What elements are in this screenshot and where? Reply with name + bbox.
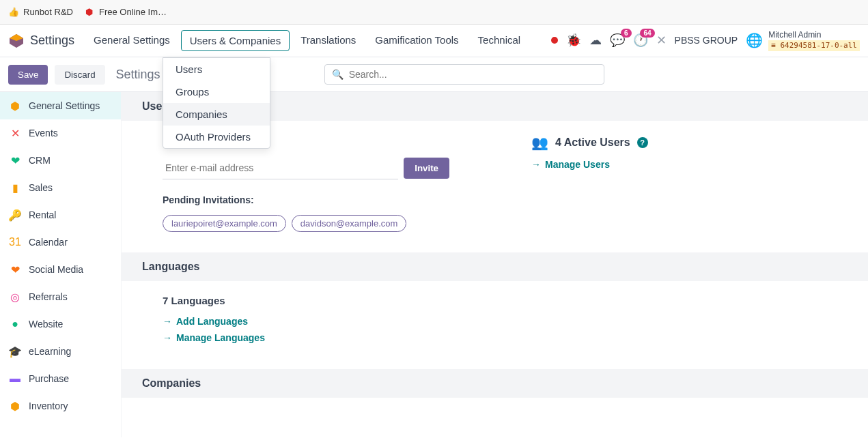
sidebar-item-general-settings[interactable]: ⬢General Settings [0, 92, 121, 119]
clock-badge: 64 [640, 29, 654, 38]
languages-count: 7 Languages [163, 295, 827, 306]
manage-languages-label: Manage Languages [176, 332, 265, 343]
manage-languages-link[interactable]: → Manage Languages [163, 332, 827, 343]
nav-items: General Settings Users & Companies Trans… [85, 30, 529, 51]
manage-users-link[interactable]: → Manage Users [531, 159, 827, 170]
company-name[interactable]: PBSS GROUP [675, 35, 738, 46]
sidebar-icon: ❤ [8, 154, 22, 167]
main-layout: ⬢General Settings✕Events❤CRM▮Sales🔑Renta… [0, 92, 868, 437]
chat-badge: 6 [621, 29, 632, 38]
sidebar-item-rental[interactable]: 🔑Rental [0, 201, 121, 229]
sidebar-item-inventory[interactable]: ⬢Inventory [0, 392, 121, 420]
nav-translations[interactable]: Translations [292, 30, 364, 51]
invite-button[interactable]: Invite [404, 158, 449, 179]
user-info: Mitchell Admin ≡ 64294581-17-0-all [768, 30, 860, 52]
sidebar-item-elearning[interactable]: 🎓eLearning [0, 338, 121, 365]
search-icon: 🔍 [332, 69, 344, 80]
sidebar-item-label: Calendar [29, 237, 68, 248]
sidebar-item-social-media[interactable]: ❤Social Media [0, 256, 121, 283]
nav-general-settings[interactable]: General Settings [85, 30, 178, 51]
add-languages-label: Add Languages [176, 316, 248, 327]
app-logo-icon [8, 33, 25, 49]
hex-icon: ⬢ [84, 7, 95, 18]
sidebar-icon: ✕ [8, 126, 22, 140]
main-navbar: Settings General Settings Users & Compan… [0, 25, 868, 57]
pending-invite-pill[interactable]: lauriepoiret@example.com [163, 215, 286, 232]
nav-technical[interactable]: Technical [470, 30, 529, 51]
sidebar-item-label: Referrals [29, 291, 68, 302]
dropdown-item-companies[interactable]: Companies [163, 103, 270, 126]
info-icon[interactable]: ? [637, 137, 648, 148]
sidebar-item-label: Website [29, 319, 63, 330]
dropdown-item-users[interactable]: Users [163, 58, 270, 81]
active-users-count: 4 Active Users [555, 136, 630, 149]
sidebar-item-label: Rental [29, 209, 56, 220]
sidebar-item-purchase[interactable]: ▬Purchase [0, 365, 121, 392]
sidebar-icon: 🎓 [8, 345, 22, 358]
user-db-label: ≡ 64294581-17-0-all [768, 40, 860, 51]
sidebar-icon: 🔑 [8, 208, 22, 222]
tab-label: Free Online Im… [99, 7, 167, 17]
pending-label: Pending Invitations: [163, 194, 449, 205]
sidebar-icon: ◎ [8, 290, 22, 304]
dropdown-item-groups[interactable]: Groups [163, 81, 270, 103]
globe-icon: 🌐 [746, 32, 763, 48]
discard-button[interactable]: Discard [55, 65, 104, 85]
tools-icon[interactable]: ✕ [656, 33, 667, 48]
search-input[interactable] [349, 69, 597, 80]
breadcrumb: Settings [116, 68, 160, 82]
sidebar-icon: 31 [8, 235, 22, 249]
manage-users-label: Manage Users [545, 159, 610, 170]
user-name: Mitchell Admin [768, 30, 860, 41]
sidebar-item-label: Sales [29, 182, 53, 193]
nav-users-companies[interactable]: Users & Companies [181, 30, 290, 51]
add-languages-link[interactable]: → Add Languages [163, 316, 827, 327]
sidebar-icon: ⬢ [8, 99, 22, 113]
clock-icon[interactable]: 🕐64 [633, 33, 648, 48]
pending-invite-pill[interactable]: davidson@example.com [292, 215, 407, 232]
bug-icon[interactable]: 🐞 [566, 33, 581, 48]
sidebar-icon: ⬢ [8, 399, 22, 413]
section-header-languages: Languages [122, 252, 868, 281]
users-companies-dropdown: Users Groups Companies OAuth Providers [163, 57, 270, 149]
tab-label: Runbot R&D [23, 7, 73, 17]
pending-pills: lauriepoiret@example.comdavidson@example… [163, 215, 449, 232]
search-box[interactable]: 🔍 [324, 64, 604, 85]
browser-tab-image[interactable]: ⬢ Free Online Im… [84, 7, 167, 18]
nav-gamification[interactable]: Gamification Tools [367, 30, 466, 51]
cloud-icon[interactable]: ☁ [589, 33, 602, 48]
sidebar-item-label: General Settings [29, 100, 100, 111]
active-users-column: 👥 4 Active Users ? → Manage Users [531, 134, 827, 232]
sidebar-item-website[interactable]: ●Website [0, 310, 121, 338]
arrow-right-icon: → [163, 332, 172, 343]
sidebar-item-label: Inventory [29, 400, 68, 411]
thumbs-up-icon: 👍 [8, 7, 19, 18]
invite-column: Invite New Users Invite Pending Invitati… [163, 134, 449, 232]
app-title: Settings [30, 33, 74, 48]
users-group-icon: 👥 [531, 134, 548, 151]
browser-tab-runbot[interactable]: 👍 Runbot R&D [8, 7, 73, 18]
action-bar: Save Discard Settings 🔍 [0, 57, 868, 92]
sidebar-item-crm[interactable]: ❤CRM [0, 147, 121, 174]
sidebar-icon: ▬ [8, 372, 22, 385]
save-button[interactable]: Save [8, 65, 48, 85]
active-users-row: 👥 4 Active Users ? [531, 134, 827, 151]
sidebar-item-sales[interactable]: ▮Sales [0, 174, 121, 201]
sidebar-icon: ● [8, 317, 22, 331]
user-menu[interactable]: 🌐 Mitchell Admin ≡ 64294581-17-0-all [746, 30, 860, 52]
sidebar-item-referrals[interactable]: ◎Referrals [0, 283, 121, 310]
sidebar-item-events[interactable]: ✕Events [0, 119, 121, 147]
settings-sidebar[interactable]: ⬢General Settings✕Events❤CRM▮Sales🔑Renta… [0, 92, 122, 437]
section-header-companies: Companies [122, 369, 868, 398]
sidebar-item-label: Social Media [29, 264, 83, 275]
dropdown-item-oauth[interactable]: OAuth Providers [163, 126, 270, 148]
invite-row: Invite [163, 157, 449, 179]
invite-email-input[interactable] [163, 157, 398, 179]
sidebar-item-label: Events [29, 128, 58, 138]
sidebar-item-calendar[interactable]: 31Calendar [0, 229, 121, 256]
record-dot-icon[interactable] [551, 37, 558, 44]
chat-icon[interactable]: 💬6 [610, 33, 625, 48]
topbar-right: 🐞 ☁ 💬6 🕐64 ✕ PBSS GROUP 🌐 Mitchell Admin… [551, 30, 860, 52]
sidebar-item-label: CRM [29, 155, 51, 166]
sidebar-icon: ❤ [8, 263, 22, 276]
